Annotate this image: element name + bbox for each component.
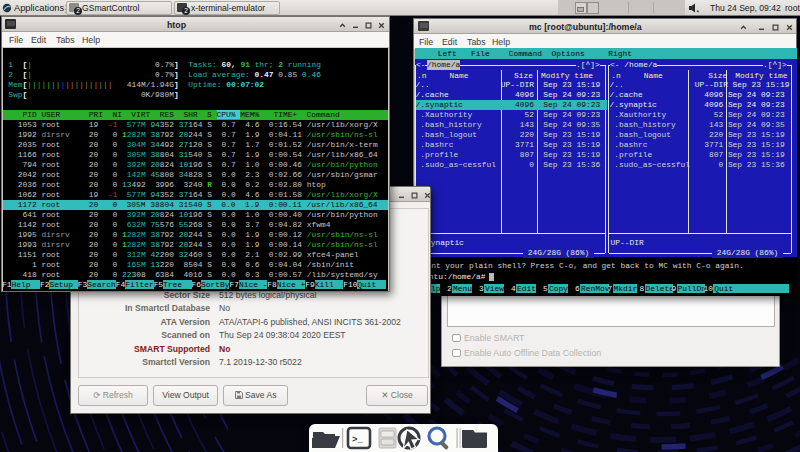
svg-text:>_: >_ <box>352 435 363 445</box>
